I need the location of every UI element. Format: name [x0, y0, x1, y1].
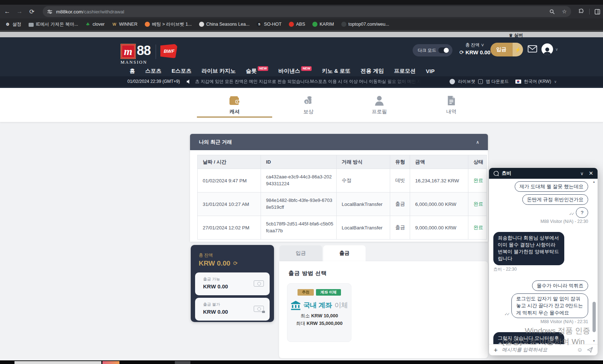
- bwf-logo: BWF: [160, 44, 178, 58]
- toggle-switch[interactable]: [438, 47, 449, 53]
- cell-amount: 6,000,000.00 KRW: [410, 192, 468, 216]
- nav-item-label: 바이낸스: [278, 68, 300, 75]
- deposit-button[interactable]: 입금: [490, 43, 512, 56]
- chat-minimize-icon[interactable]: ∨: [580, 171, 584, 176]
- side-panel-icon[interactable]: [595, 9, 600, 14]
- app-download-link[interactable]: 앱 다운로드: [486, 79, 509, 85]
- banknote-lock-icon: [254, 306, 264, 312]
- bookmark-label: toptop07.com/weu...: [349, 22, 389, 27]
- cell-id: 984e1482-8bfc-43fe-93e9-67038e519cff: [261, 192, 337, 216]
- bookmark-label: 설정: [12, 21, 21, 27]
- account-avatar[interactable]: [541, 43, 553, 55]
- bookmark-item[interactable]: China Seasons Lea...: [199, 22, 250, 27]
- bookmark-item[interactable]: KARIM: [312, 22, 334, 27]
- chat-close-icon[interactable]: ✕: [589, 170, 593, 177]
- clover-icon: ☘: [85, 22, 90, 27]
- m88-logo[interactable]: m 88 MANSION BWF: [121, 44, 178, 59]
- transactions-header[interactable]: 나의 최근 거래 ∧: [190, 134, 488, 150]
- nav-item-4[interactable]: 라이브 카지노: [202, 68, 236, 75]
- header-balance[interactable]: 총 잔액 ∨ ⟳ KRW 0.00: [458, 42, 492, 56]
- scroll-thumb[interactable]: [593, 302, 596, 332]
- total-balance-label: 총 잔액: [199, 252, 213, 258]
- extensions-icon[interactable]: [578, 9, 584, 14]
- forward-icon[interactable]: →: [14, 7, 25, 17]
- quick-pay-icon[interactable]: ⚡: [512, 43, 523, 56]
- tab-캐셔[interactable]: 캐셔: [209, 94, 260, 115]
- language-selector[interactable]: 한국어 (KRW): [524, 79, 551, 85]
- chat-scrollbar[interactable]: ▲▼: [592, 179, 596, 343]
- tab-프로필[interactable]: 프로필: [354, 94, 405, 115]
- reload-icon[interactable]: ⟳: [27, 7, 37, 17]
- nav-item-6[interactable]: 바이낸스NEW: [278, 68, 312, 75]
- scroll-down-icon[interactable]: ▼: [593, 339, 595, 343]
- tab-보상[interactable]: $보상: [283, 94, 334, 115]
- taskbar-edge: [0, 360, 603, 364]
- nav-item-10[interactable]: VIP: [426, 68, 435, 74]
- url-bar[interactable]: m88kor.com/cashier/withdrawal ☆: [43, 6, 571, 17]
- search-icon[interactable]: [549, 9, 555, 14]
- browser-tab-strip: [0, 0, 603, 5]
- nav-item-1[interactable]: 홈: [130, 68, 135, 75]
- nav-item-2[interactable]: 스포츠: [145, 68, 161, 75]
- collapse-chevron-icon[interactable]: ∧: [476, 140, 479, 145]
- m88-logo-mark: m: [121, 44, 136, 59]
- globe-icon: [341, 22, 346, 27]
- column-header: 상태: [468, 155, 487, 169]
- method-local-bank-transfer[interactable]: 추천 계좌 이체 국내 계좌이체 최소 KRW 10,000 최대 KRW 35…: [287, 283, 351, 342]
- language-chevron-icon[interactable]: ∨: [554, 80, 557, 84]
- nav-item-3[interactable]: E스포츠: [172, 68, 191, 75]
- chat-message-list[interactable]: 제가 도대체 뭘 잘못 했는데요돈딴게 규정 위반인건가요✓✓?M88 Visi…: [489, 179, 598, 344]
- bookmark-label: WINNER: [119, 22, 138, 27]
- livechat-icon[interactable]: [450, 79, 455, 84]
- back-icon[interactable]: ←: [2, 7, 12, 17]
- m88-logo-sub: MANSION: [121, 60, 147, 65]
- bookmark-item[interactable]: toptop07.com/weu...: [341, 22, 389, 27]
- bookmark-item[interactable]: SSO-HOT: [257, 22, 282, 27]
- bookmark-star-icon[interactable]: ☆: [562, 8, 567, 15]
- balance-label: 총 잔액 ∨: [458, 42, 492, 48]
- emoji-icon[interactable]: ☺: [577, 347, 583, 353]
- balance-value: ⟳ KRW 0.00: [458, 49, 492, 56]
- balance-refresh-icon[interactable]: ⟳: [233, 260, 238, 267]
- nav-item-5[interactable]: 슬롯NEW: [246, 68, 268, 75]
- livechat-link[interactable]: 라이브챗: [458, 79, 475, 85]
- cashier-tab-입금[interactable]: 입금: [279, 245, 322, 261]
- nav-item-8[interactable]: 전용 게임: [360, 68, 384, 75]
- scroll-up-icon[interactable]: ▲: [593, 180, 595, 183]
- nav-item-9[interactable]: 프로모션: [394, 68, 416, 75]
- deposit-split-button[interactable]: 입금 ⚡: [490, 43, 523, 56]
- site-header: m 88 MANSION BWF 다크 모드 총 잔액 ∨ ⟳ KRW 0.00…: [0, 37, 603, 88]
- tier-bar: ♛ 실버: [0, 30, 603, 37]
- column-header: ID: [261, 155, 337, 169]
- chat-header[interactable]: 쵸비 ∨ ✕: [489, 168, 598, 179]
- chat-timestamp: M88 Visitor (N/A) - 22:31: [493, 319, 588, 324]
- tab-내역[interactable]: 내역: [426, 94, 477, 115]
- bookmark-item[interactable]: ⚙설정: [5, 21, 21, 27]
- chat-input[interactable]: 메시지를 입력하세요: [502, 347, 573, 353]
- method-max-limit: 최대 KRW 35,000,000: [287, 320, 351, 327]
- account-chevron-icon[interactable]: ∨: [555, 47, 558, 52]
- nav-item-7[interactable]: 키노 & 로또: [322, 68, 350, 75]
- attach-plus-icon[interactable]: +: [494, 347, 498, 354]
- app-download-icon[interactable]: ↓: [478, 79, 483, 84]
- nav-item-label: 라이브 카지노: [202, 68, 236, 75]
- bookmark-label: China Seasons Lea...: [206, 22, 250, 27]
- column-header: 거래 방식: [337, 155, 390, 169]
- mail-icon[interactable]: [528, 45, 537, 52]
- balance-item: 출금 가능KRW 0.00: [195, 272, 270, 295]
- santa-icon: [289, 22, 294, 27]
- bookmark-item[interactable]: 베팅 > 라이브벳 1...: [145, 21, 192, 27]
- bookmark-item[interactable]: IE에서 가져온 북마...: [29, 21, 78, 27]
- transactions-title: 나의 최근 거래: [199, 139, 232, 145]
- site-info-icon[interactable]: [47, 9, 52, 14]
- method-name-rest: 이체: [334, 301, 348, 310]
- refresh-icon[interactable]: ⟳: [459, 49, 464, 55]
- chat-agent-name: 쵸비: [502, 170, 511, 177]
- dark-mode-toggle[interactable]: 다크 모드: [413, 44, 452, 56]
- bookmark-item[interactable]: ☘clover: [85, 22, 105, 27]
- read-receipt-icon: ✓✓: [505, 312, 509, 318]
- bookmark-item[interactable]: WWINNER: [112, 22, 138, 27]
- send-icon[interactable]: [587, 347, 593, 353]
- bookmark-item[interactable]: ABS: [289, 22, 305, 27]
- cashier-tab-출금[interactable]: 출금: [323, 245, 366, 261]
